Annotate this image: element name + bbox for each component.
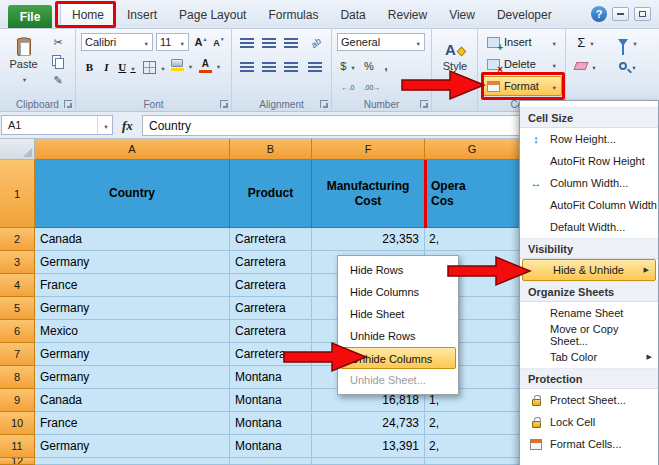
align-right-button[interactable]	[281, 58, 301, 76]
format-cells-menu-button[interactable]: Format	[482, 76, 562, 96]
cell-a1[interactable]: Country	[35, 160, 230, 228]
menu-item-unhide-columns[interactable]: Unhide Columns	[340, 347, 456, 369]
sort-filter-button[interactable]	[610, 33, 646, 51]
cell-country[interactable]: France	[35, 274, 230, 297]
row-header[interactable]: 8	[0, 366, 35, 389]
underline-button[interactable]: U	[115, 58, 139, 76]
menu-item-autofit-row-height[interactable]: AutoFit Row Height	[520, 150, 658, 172]
grow-font-button[interactable]	[192, 33, 210, 51]
cell-product[interactable]: Carretera	[230, 320, 312, 343]
format-painter-button[interactable]: ✎	[47, 71, 69, 89]
cell-country[interactable]: France	[35, 412, 230, 435]
accounting-format-button[interactable]: $	[337, 57, 359, 75]
name-box-dropdown[interactable]	[97, 116, 112, 134]
cell-b1[interactable]: Product	[230, 160, 312, 228]
tab-page-layout[interactable]: Page Layout	[168, 3, 257, 28]
font-family-select[interactable]: Calibri	[81, 33, 153, 51]
cell-manufacturing-cost[interactable]: 13,391	[312, 435, 425, 458]
cell-operating-cost[interactable]: 2,	[425, 228, 520, 251]
menu-item-unhide-rows[interactable]: Unhide Rows	[338, 325, 458, 347]
menu-item-autofit-column-width[interactable]: AutoFit Column Width	[520, 194, 658, 216]
autosum-button[interactable]: Σ	[570, 33, 602, 51]
cell-manufacturing-cost[interactable]: 23,353	[312, 228, 425, 251]
tab-developer[interactable]: Developer	[486, 3, 563, 28]
align-bottom-button[interactable]	[281, 34, 301, 52]
cell-country[interactable]: Germany	[35, 366, 230, 389]
cell-country[interactable]: Germany	[35, 297, 230, 320]
menu-item-move-or-copy-sheet[interactable]: Move or Copy Sheet...	[520, 324, 658, 346]
row-header[interactable]: 7	[0, 343, 35, 366]
cut-button[interactable]: ✂	[47, 33, 69, 51]
wrap-text-button[interactable]	[305, 58, 325, 76]
cell-product[interactable]	[230, 458, 312, 465]
row-header[interactable]: 10	[0, 412, 35, 435]
clear-button[interactable]	[570, 57, 602, 75]
cell-country[interactable]: Germany	[35, 343, 230, 366]
cell-f1[interactable]: Manufacturing Cost	[312, 160, 425, 228]
dialog-launcher-icon[interactable]	[420, 100, 428, 108]
cell-product[interactable]: Montana	[230, 366, 312, 389]
copy-button[interactable]	[47, 52, 69, 70]
row-header[interactable]: 6	[0, 320, 35, 343]
tab-view[interactable]: View	[438, 3, 486, 28]
find-select-button[interactable]	[610, 57, 646, 75]
dialog-launcher-icon[interactable]	[64, 100, 72, 108]
align-top-button[interactable]	[237, 34, 257, 52]
menu-item-format-cells[interactable]: Format Cells...	[520, 433, 658, 455]
insert-cells-button[interactable]: Insert	[482, 32, 562, 52]
column-header-g[interactable]: G	[425, 139, 520, 160]
fill-color-button[interactable]	[169, 56, 195, 74]
cell-g1[interactable]: Opera Cos	[425, 160, 520, 228]
row-header[interactable]: 4	[0, 274, 35, 297]
menu-item-hide-columns[interactable]: Hide Columns	[338, 281, 458, 303]
help-icon[interactable]: ?	[591, 6, 607, 22]
align-left-button[interactable]	[237, 58, 257, 76]
row-header[interactable]: 9	[0, 389, 35, 412]
column-header-a[interactable]: A	[35, 139, 230, 160]
menu-item-protect-sheet[interactable]: Protect Sheet...	[520, 389, 658, 411]
paste-button[interactable]: Paste	[4, 32, 43, 90]
menu-item-hide-unhide[interactable]: Hide & Unhide▶	[522, 259, 656, 281]
row-header[interactable]: 11	[0, 435, 35, 458]
increase-decimal-button[interactable]: ←.0	[337, 78, 359, 96]
tab-data[interactable]: Data	[329, 3, 376, 28]
row-header-1[interactable]: 1	[0, 160, 35, 228]
tab-home[interactable]: Home	[60, 2, 116, 28]
italic-button[interactable]: I	[99, 58, 114, 76]
number-format-select[interactable]: General	[337, 33, 425, 51]
restore-window-icon[interactable]	[634, 7, 651, 21]
dialog-launcher-icon[interactable]	[220, 100, 228, 108]
align-middle-button[interactable]	[259, 34, 279, 52]
bold-button[interactable]: B	[81, 58, 98, 76]
column-header-f[interactable]: F	[312, 139, 425, 160]
menu-item-default-width[interactable]: Default Width...	[520, 216, 658, 238]
menu-item-rename-sheet[interactable]: Rename Sheet	[520, 302, 658, 324]
cell-country[interactable]: Canada	[35, 228, 230, 251]
cell-product[interactable]: Carretera	[230, 251, 312, 274]
cell-product[interactable]: Carretera	[230, 343, 312, 366]
column-header-b[interactable]: B	[230, 139, 312, 160]
font-color-button[interactable]	[197, 56, 223, 74]
decrease-decimal-button[interactable]: .00→	[361, 78, 383, 96]
select-all-corner[interactable]	[0, 139, 35, 160]
cell-product[interactable]: Montana	[230, 412, 312, 435]
tab-file[interactable]: File	[8, 5, 52, 28]
dialog-launcher-icon[interactable]	[320, 100, 328, 108]
name-box[interactable]: A1	[1, 115, 113, 135]
insert-function-button[interactable]: fx	[122, 118, 133, 134]
comma-style-button[interactable]: ,	[379, 57, 393, 75]
cell-product[interactable]: Carretera	[230, 297, 312, 320]
cell-product[interactable]: Carretera	[230, 228, 312, 251]
minimize-ribbon-icon[interactable]	[612, 7, 629, 21]
font-size-select[interactable]: 11	[156, 33, 189, 51]
align-center-button[interactable]	[259, 58, 279, 76]
cell-country[interactable]: Canada	[35, 389, 230, 412]
cell-operating-cost[interactable]	[425, 458, 520, 465]
tab-formulas[interactable]: Formulas	[257, 3, 329, 28]
menu-item-tab-color[interactable]: Tab Color▶	[520, 346, 658, 368]
borders-button[interactable]	[142, 58, 167, 76]
cell-operating-cost[interactable]: 2,	[425, 412, 520, 435]
menu-item-lock-cell[interactable]: Lock Cell	[520, 411, 658, 433]
tab-review[interactable]: Review	[377, 3, 438, 28]
menu-item-row-height[interactable]: ↕Row Height...	[520, 128, 658, 150]
